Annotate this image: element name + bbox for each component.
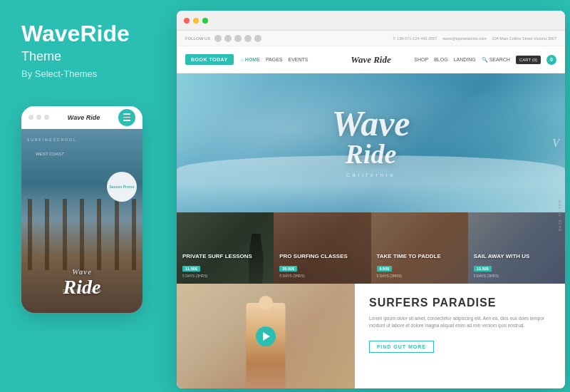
mobile-promo-badge: Season Promo xyxy=(107,172,137,202)
brand-title: WaveRide xyxy=(21,21,130,46)
card-content-4: SAIL AWAY WITH US 13.50$ 5 DAYS (3HRS) xyxy=(474,253,559,278)
topbar-address: 104 Main Collins Street Victoria 3007 xyxy=(492,36,556,41)
card-meta-4: 5 DAYS (3HRS) xyxy=(474,274,559,278)
mobile-wave-logo-text: Wave Ride xyxy=(28,267,135,299)
nav-events-link[interactable]: EVENTS xyxy=(288,57,308,62)
hero-wave-text: Wave xyxy=(331,108,410,139)
bottom-right-content: SURFERS PARADISE Lorem ipsum dolor sit a… xyxy=(355,284,565,388)
card-sail: SAIL AWAY WITH US 13.50$ 5 DAYS (3HRS) xyxy=(468,212,565,284)
nav-user-button[interactable]: 0 xyxy=(546,55,556,65)
mobile-ride-text: Ride xyxy=(28,276,135,299)
card-meta-2: 5 DAYS (3HRS) xyxy=(279,274,365,278)
play-button[interactable] xyxy=(256,326,276,346)
menu-line-3 xyxy=(123,120,130,121)
instagram-icon[interactable] xyxy=(234,35,242,42)
card-badge-4: 13.50$ xyxy=(474,266,492,272)
facebook-icon[interactable] xyxy=(214,35,222,42)
mobile-westcoast-label: WEST COAST xyxy=(36,152,64,156)
card-content-1: PRIVATE SURF LESSONS 11.50$ 5 DAYS (3HRS… xyxy=(182,253,268,278)
card-badge-2: 35.50$ xyxy=(279,266,297,272)
site-nav: BOOK TODAY ⌂ HOME PAGES EVENTS Wave Ride… xyxy=(177,46,565,73)
surfers-paradise-body: Lorem ipsum dolor sit amet, consectetur … xyxy=(369,315,551,330)
site-topbar: FOLLOW US T: 136-071-124-442-2557 wave@s… xyxy=(177,31,565,46)
mobile-logo: Wave Ride xyxy=(68,114,100,121)
mobile-dot-2 xyxy=(36,115,41,120)
browser-minimize-dot xyxy=(193,18,199,24)
hero-tagline: California xyxy=(331,172,410,177)
mobile-surfing-label: SURFINGSCHOOL xyxy=(27,138,77,142)
card-surf-lessons: PRIVATE SURF LESSONS 11.50$ 5 DAYS (3HRS… xyxy=(177,212,274,284)
mobile-hero-image: Season Promo SURFINGSCHOOL WEST COAST Wa… xyxy=(21,129,142,313)
card-content-2: PRO SURFING CLASSES 35.50$ 5 DAYS (3HRS) xyxy=(279,253,365,278)
nav-right-links: SHOP BLOG LANDING xyxy=(414,57,475,62)
desktop-site-content: FOLLOW US T: 136-071-124-442-2557 wave@s… xyxy=(177,31,565,388)
mobile-wave-logo-area: Wave Ride CALIFORNIA2030 xyxy=(28,267,135,299)
nav-shop-link[interactable]: SHOP xyxy=(414,57,428,62)
card-title-4: SAIL AWAY WITH US xyxy=(474,253,559,260)
card-paddle: TAKE TIME TO PADDLE 9.50$ 5 DAYS (3HRS) xyxy=(371,212,468,284)
follow-us-label: FOLLOW US xyxy=(185,36,210,41)
nav-search-link[interactable]: 🔍 SEARCH xyxy=(482,57,510,63)
mobile-dot-3 xyxy=(44,115,49,120)
card-title-1: PRIVATE SURF LESSONS xyxy=(182,253,268,260)
card-title-3: TAKE TIME TO PADDLE xyxy=(377,253,462,260)
youtube-icon[interactable] xyxy=(254,35,261,42)
nav-links: ⌂ HOME PAGES EVENTS xyxy=(241,57,309,62)
topbar-right: T: 136-071-124-442-2557 wave@spinteracti… xyxy=(393,36,556,41)
find-out-more-button[interactable]: FIND OUT MORE xyxy=(369,341,434,353)
twitter-icon[interactable] xyxy=(224,35,232,42)
hero-ride-text: Ride xyxy=(331,138,410,170)
mobile-dot-1 xyxy=(28,115,33,120)
topbar-phone: T: 136-071-124-442-2557 xyxy=(393,36,437,41)
surfers-paradise-title: SURFERS PARADISE xyxy=(369,296,551,309)
card-meta-1: 5 DAYS (3HRS) xyxy=(182,274,268,278)
menu-line-2 xyxy=(123,117,130,118)
bottom-image xyxy=(177,284,355,388)
hamburger-icon xyxy=(123,113,130,121)
topbar-left: FOLLOW US xyxy=(185,35,261,42)
mobile-california-text: CALIFORNIA2030 xyxy=(62,289,101,293)
topbar-email: wave@spinteractive.com xyxy=(442,36,486,41)
mobile-mockup: Wave Ride xyxy=(21,106,142,313)
nav-left: BOOK TODAY ⌂ HOME PAGES EVENTS xyxy=(185,54,309,65)
desktop-mockup: FOLLOW US T: 136-071-124-442-2557 wave@s… xyxy=(177,11,565,388)
mobile-menu-button[interactable] xyxy=(118,109,135,126)
nav-cart-button[interactable]: CART (0) xyxy=(516,56,541,64)
cards-row: PRIVATE SURF LESSONS 11.50$ 5 DAYS (3HRS… xyxy=(177,212,565,284)
play-icon xyxy=(263,332,270,341)
nav-right: SHOP BLOG LANDING 🔍 SEARCH CART (0) 0 xyxy=(414,55,556,65)
browser-chrome xyxy=(177,11,565,31)
left-panel: WaveRide Theme By Select-Themes Wave Rid… xyxy=(0,0,177,392)
mobile-topbar: Wave Ride xyxy=(21,106,142,129)
mobile-dots xyxy=(28,115,49,120)
bottom-section: SURFERS PARADISE Lorem ipsum dolor sit a… xyxy=(177,284,565,388)
nav-blog-link[interactable]: BLOG xyxy=(434,57,447,62)
card-meta-3: 5 DAYS (3HRS) xyxy=(377,274,462,278)
nav-landing-link[interactable]: LANDING xyxy=(454,57,476,62)
brand-subtitle: Theme xyxy=(21,49,61,64)
menu-line-1 xyxy=(123,113,130,115)
card-badge-1: 11.50$ xyxy=(182,266,200,272)
site-hero: Wave Ride California V xyxy=(177,73,565,212)
browser-maximize-dot xyxy=(202,18,208,24)
brand-by: By Select-Themes xyxy=(21,68,97,79)
surfer-head xyxy=(259,296,273,310)
social-icons xyxy=(214,35,261,42)
nav-wrapper: BOOK TODAY ⌂ HOME PAGES EVENTS Wave Ride… xyxy=(185,54,556,65)
hero-logo: Wave Ride California xyxy=(331,108,410,178)
card-content-3: TAKE TIME TO PADDLE 9.50$ 5 DAYS (3HRS) xyxy=(377,253,462,278)
pinterest-icon[interactable] xyxy=(244,35,252,42)
card-title-2: PRO SURFING CLASSES xyxy=(279,253,365,260)
nav-home-link[interactable]: ⌂ HOME xyxy=(241,57,260,62)
hero-side-letter: V xyxy=(552,137,559,150)
browser-close-dot xyxy=(184,18,190,24)
mobile-wave-small-text: Wave xyxy=(28,267,135,276)
card-badge-3: 9.50$ xyxy=(377,266,393,272)
back-to-top-link[interactable]: BACK TO TOP xyxy=(558,200,562,231)
site-logo: Wave Ride xyxy=(351,54,390,66)
card-surf-classes: PRO SURFING CLASSES 35.50$ 5 DAYS (3HRS) xyxy=(274,212,370,284)
nav-pages-link[interactable]: PAGES xyxy=(266,57,283,62)
book-today-button[interactable]: BOOK TODAY xyxy=(185,54,234,65)
mobile-badge-text: Season Promo xyxy=(109,185,134,189)
